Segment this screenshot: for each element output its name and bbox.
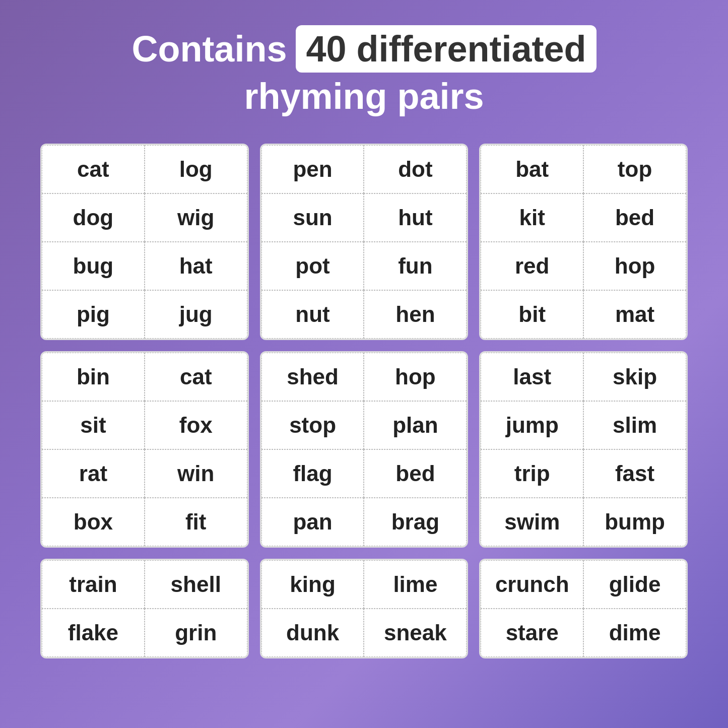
cell-8-4: sneak — [364, 609, 467, 657]
cell-7-3: flake — [42, 609, 145, 657]
cell-5-6: bed — [364, 449, 467, 498]
cell-5-5: flag — [261, 449, 364, 498]
page-header: Contains 40 differentiated rhyming pairs — [131, 25, 596, 118]
cell-5-8: brag — [364, 498, 467, 546]
header-highlight: 40 differentiated — [296, 25, 596, 73]
cell-3-6: hop — [583, 242, 686, 290]
cell-9-3: stare — [481, 609, 583, 657]
cell-4-2: cat — [145, 353, 247, 401]
cell-7-2: shell — [145, 560, 247, 609]
cell-9-1: crunch — [481, 560, 583, 609]
cell-6-7: swim — [481, 498, 583, 546]
cell-5-7: pan — [261, 498, 364, 546]
cell-3-7: bit — [481, 290, 583, 339]
cell-7-1: train — [42, 560, 145, 609]
cell-4-7: box — [42, 498, 145, 546]
cell-5-2: hop — [364, 353, 467, 401]
word-card-5: shedhopstopplanflagbedpanbrag — [260, 351, 469, 548]
cell-4-1: bin — [42, 353, 145, 401]
cell-4-3: sit — [42, 401, 145, 449]
cell-2-4: hut — [364, 193, 467, 242]
cell-3-2: top — [583, 145, 686, 193]
word-card-6: lastskipjumpslimtripfastswimbump — [479, 351, 688, 548]
word-card-1: catlogdogwigbughatpigjug — [40, 144, 249, 340]
cell-6-3: jump — [481, 401, 583, 449]
word-card-4: bincatsitfoxratwinboxfit — [40, 351, 249, 548]
word-card-2: pendotsunhutpotfunnuthen — [260, 144, 469, 340]
word-grid: catlogdogwigbughatpigjugpendotsunhutpotf… — [40, 144, 688, 658]
word-card-9: crunchglidestaredime — [479, 559, 688, 658]
cell-9-2: glide — [583, 560, 686, 609]
cell-7-4: grin — [145, 609, 247, 657]
cell-4-4: fox — [145, 401, 247, 449]
cell-1-5: bug — [42, 242, 145, 290]
header-prefix: Contains — [131, 27, 287, 71]
cell-3-8: mat — [583, 290, 686, 339]
cell-6-2: skip — [583, 353, 686, 401]
cell-6-4: slim — [583, 401, 686, 449]
cell-2-2: dot — [364, 145, 467, 193]
header-line1: Contains 40 differentiated — [131, 25, 596, 73]
cell-5-4: plan — [364, 401, 467, 449]
cell-6-8: bump — [583, 498, 686, 546]
cell-6-1: last — [481, 353, 583, 401]
cell-8-1: king — [261, 560, 364, 609]
cell-1-6: hat — [145, 242, 247, 290]
cell-2-6: fun — [364, 242, 467, 290]
cell-3-4: bed — [583, 193, 686, 242]
header-line2: rhyming pairs — [131, 75, 596, 118]
cell-8-2: lime — [364, 560, 467, 609]
cell-3-1: bat — [481, 145, 583, 193]
cell-2-1: pen — [261, 145, 364, 193]
cell-2-5: pot — [261, 242, 364, 290]
cell-2-3: sun — [261, 193, 364, 242]
cell-5-3: stop — [261, 401, 364, 449]
cell-6-6: fast — [583, 449, 686, 498]
cell-9-4: dime — [583, 609, 686, 657]
cell-1-3: dog — [42, 193, 145, 242]
word-card-3: battopkitbedredhopbitmat — [479, 144, 688, 340]
cell-4-8: fit — [145, 498, 247, 546]
cell-3-3: kit — [481, 193, 583, 242]
cell-1-1: cat — [42, 145, 145, 193]
cell-2-7: nut — [261, 290, 364, 339]
cell-1-7: pig — [42, 290, 145, 339]
cell-1-8: jug — [145, 290, 247, 339]
cell-3-5: red — [481, 242, 583, 290]
cell-1-4: wig — [145, 193, 247, 242]
word-card-7: trainshellflakegrin — [40, 559, 249, 658]
cell-4-5: rat — [42, 449, 145, 498]
cell-2-8: hen — [364, 290, 467, 339]
cell-5-1: shed — [261, 353, 364, 401]
word-card-8: kinglimedunksneak — [260, 559, 469, 658]
cell-8-3: dunk — [261, 609, 364, 657]
cell-4-6: win — [145, 449, 247, 498]
cell-1-2: log — [145, 145, 247, 193]
cell-6-5: trip — [481, 449, 583, 498]
